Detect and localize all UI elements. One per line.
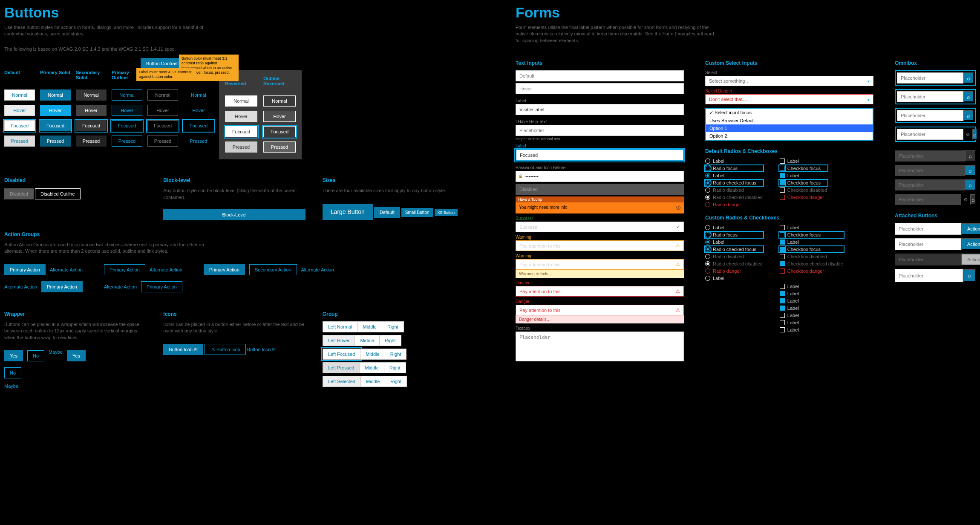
omni-input-2[interactable]: [897, 91, 963, 102]
c-check-stack-2[interactable]: Label: [780, 291, 843, 296]
primary-outline-focused[interactable]: Focused: [112, 120, 142, 131]
c-check-stack-7[interactable]: Label: [780, 327, 843, 332]
primary-outline-pressed[interactable]: Pressed: [112, 136, 142, 147]
c-radio-label-2[interactable]: Label: [705, 239, 763, 245]
primary-pressed[interactable]: Pressed: [40, 136, 71, 147]
secondary-outline-hover[interactable]: Hover: [147, 105, 178, 116]
c-check-danger[interactable]: Checkbox danger: [780, 268, 843, 274]
primary-outline-normal[interactable]: Normal: [112, 89, 142, 101]
dropdown-opt-1[interactable]: Option 1: [706, 124, 873, 132]
omni-dark-input-1[interactable]: [895, 150, 965, 162]
group-middle-1[interactable]: Middle: [358, 321, 382, 332]
small-button[interactable]: Small Button: [401, 208, 433, 217]
primary-normal[interactable]: Normal: [40, 89, 71, 101]
outline-rev-normal[interactable]: Normal: [263, 95, 296, 107]
check-danger[interactable]: Checkbox danger: [780, 195, 827, 200]
ag1-alt[interactable]: Alternate Action: [50, 267, 83, 272]
c-radio-danger[interactable]: Radio danger: [705, 268, 763, 274]
default-size-button[interactable]: Default: [374, 207, 400, 218]
radio-label-1[interactable]: Label: [705, 159, 763, 164]
omni-dark-input-4[interactable]: [895, 194, 961, 205]
wrap-maybe-2[interactable]: Maybe: [4, 384, 89, 389]
group-right-1[interactable]: Right: [382, 321, 404, 332]
input-hover[interactable]: [516, 83, 684, 94]
radio-label-2[interactable]: Label: [705, 173, 763, 178]
secondary-outline-focused[interactable]: Focused: [147, 120, 178, 131]
c-check-label-1[interactable]: Label: [780, 225, 843, 230]
group-left-focused[interactable]: Left Focused: [323, 349, 361, 360]
solid-rev-pressed[interactable]: Pressed: [225, 141, 257, 153]
block-button[interactable]: Block-Level: [163, 209, 305, 220]
primary-hover[interactable]: Hover: [40, 105, 71, 116]
omni-input-4[interactable]: [897, 129, 963, 140]
c-radio-label-3[interactable]: Label: [705, 276, 763, 281]
c-check-stack-6[interactable]: Label: [780, 320, 843, 325]
link-hover[interactable]: Hover: [183, 105, 214, 116]
check-label-1[interactable]: Label: [780, 159, 827, 164]
c-radio-focus[interactable]: Radio focus: [705, 232, 763, 237]
input-help[interactable]: [516, 125, 684, 136]
dropdown-opt-focus[interactable]: ✓ Select input focus: [706, 109, 873, 117]
omni-input-1[interactable]: [897, 72, 963, 84]
link-normal[interactable]: Normal: [183, 89, 214, 101]
group-left-hover[interactable]: Left Hover: [323, 335, 355, 346]
group-right-4[interactable]: Right: [384, 362, 406, 373]
ag5-primary[interactable]: Primary Action: [141, 281, 182, 292]
omni-search-1[interactable]: [963, 72, 974, 84]
input-warning-1[interactable]: Pay attention to this: [516, 240, 684, 251]
ag3-alt[interactable]: Alternate Action: [301, 267, 334, 272]
group-middle-5[interactable]: Middle: [361, 376, 385, 387]
input-danger-2[interactable]: Pay attention to this: [516, 305, 684, 315]
secondary-hover[interactable]: Hover: [76, 105, 107, 116]
group-left-selected[interactable]: Left Selected: [323, 376, 361, 387]
ag3-secondary[interactable]: Secondary Action: [249, 264, 297, 275]
input-success[interactable]: Success: [516, 222, 684, 232]
select-danger[interactable]: Don't select that…: [705, 94, 873, 104]
attach-btn-1[interactable]: Action: [961, 223, 980, 235]
omni-dark-input-3[interactable]: [895, 179, 965, 190]
ag3-primary[interactable]: Primary Action: [204, 264, 245, 275]
default-focused[interactable]: Focused: [4, 120, 35, 131]
solid-rev-hover[interactable]: Hover: [225, 111, 257, 122]
textarea[interactable]: [516, 332, 684, 361]
icon-btn-link[interactable]: Button Icon: [247, 347, 276, 352]
c-radio-label-1[interactable]: Label: [705, 225, 763, 230]
omni-input-3[interactable]: [897, 110, 963, 121]
dropdown-opt-2[interactable]: Option 2: [706, 132, 873, 140]
input-warning-2[interactable]: Pay attention to this: [516, 259, 684, 270]
secondary-outline-normal[interactable]: Normal: [147, 89, 178, 101]
secondary-focused[interactable]: Focused: [76, 120, 107, 131]
input-default[interactable]: [516, 70, 684, 81]
check-checked-focus[interactable]: Checkbox focus: [780, 180, 827, 185]
icon-btn-solid[interactable]: Button Icon: [163, 344, 203, 355]
group-middle-3[interactable]: Middle: [360, 349, 385, 360]
c-radio-checked-focus[interactable]: Radio checked focus: [705, 247, 763, 252]
check-label-2[interactable]: Label: [780, 173, 827, 178]
input-focused[interactable]: [516, 149, 684, 161]
attach-input-4[interactable]: [895, 269, 963, 282]
radio-danger[interactable]: Radio danger: [705, 202, 763, 207]
ag5-alt[interactable]: Alternate Action: [104, 284, 137, 289]
default-hover[interactable]: Hover: [4, 105, 35, 116]
solid-rev-focused[interactable]: Focused: [225, 126, 257, 137]
input-password[interactable]: [516, 171, 684, 182]
check-focus[interactable]: Checkbox focus: [780, 166, 827, 171]
omni-search-3[interactable]: [963, 110, 974, 121]
omni-search-2[interactable]: [963, 91, 974, 102]
c-check-label-2[interactable]: Label: [780, 239, 843, 245]
wrap-no-2[interactable]: No: [4, 367, 21, 378]
ag1-primary[interactable]: Primary Action: [4, 264, 46, 275]
group-middle-2[interactable]: Middle: [355, 335, 379, 346]
xs-button[interactable]: XS Button: [435, 209, 458, 216]
group-left-normal[interactable]: Left Normal: [323, 321, 358, 332]
group-right-5[interactable]: Right: [385, 376, 407, 387]
c-check-focus[interactable]: Checkbox focus: [780, 232, 843, 237]
wrap-yes-1[interactable]: Yes: [4, 350, 23, 361]
primary-outline-hover[interactable]: Hover: [112, 105, 142, 116]
icon-btn-outline[interactable]: Button Icon: [205, 344, 246, 355]
ag4-alt[interactable]: Alternate Action: [4, 284, 37, 289]
attach-input-2[interactable]: [895, 238, 961, 250]
input-visible-label[interactable]: [516, 104, 684, 115]
select-dropdown[interactable]: ✓ Select input focus Uses Browser Defaul…: [705, 108, 873, 141]
wrap-maybe-1[interactable]: Maybe: [49, 349, 63, 362]
